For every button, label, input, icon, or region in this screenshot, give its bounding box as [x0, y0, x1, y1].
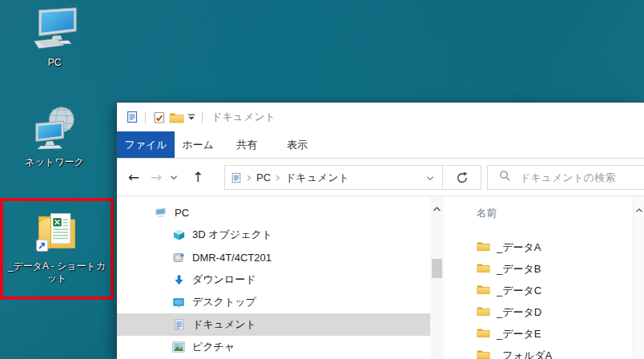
sidebar-item-downloads[interactable]: ダウンロード [117, 268, 430, 291]
sidebar-item-pc[interactable]: PC [117, 201, 430, 224]
folder-icon [477, 305, 490, 319]
folder-icon [477, 349, 490, 359]
folder-icon [477, 327, 490, 341]
tab-share[interactable]: 共有 [224, 131, 269, 158]
up-button[interactable]: ↑ [187, 167, 208, 188]
desktop-icon-label: ネットワーク [25, 156, 83, 168]
3d-cube-icon [172, 228, 185, 241]
desktop-monitor-icon [172, 296, 185, 309]
qat-separator [145, 111, 146, 123]
refresh-button[interactable] [443, 166, 481, 189]
back-button[interactable]: ← [123, 167, 144, 188]
explorer-window: ドキュメント ファイル ホーム 共有 表示 ← → ↑ PC [116, 102, 644, 359]
qat-separator [202, 111, 203, 123]
search-box[interactable] [487, 165, 644, 190]
file-row-data-c[interactable]: _データC [477, 280, 541, 301]
file-row-data-a[interactable]: _データA [477, 236, 541, 258]
pc-small-icon [155, 206, 167, 219]
pc-icon [30, 6, 79, 54]
sidebar-item-pictures[interactable]: ピクチャ [117, 336, 430, 358]
ribbon-tabs: ファイル ホーム 共有 表示 [117, 131, 644, 159]
pictures-icon [172, 341, 185, 353]
recent-locations-chevron-icon[interactable] [167, 167, 181, 188]
network-icon [30, 103, 79, 154]
scrollbar-thumb[interactable] [432, 259, 442, 278]
folder-icon [477, 262, 490, 276]
breadcrumb-pc[interactable]: PC [256, 171, 271, 184]
file-row-data-d[interactable]: _データD [477, 301, 541, 323]
breadcrumb-documents[interactable]: ドキュメント [285, 171, 349, 185]
document-properties-icon[interactable] [123, 107, 141, 127]
tab-view[interactable]: 表示 [275, 131, 320, 158]
desktop-icon-pc[interactable]: PC [14, 6, 95, 69]
red-highlight-box [0, 198, 114, 300]
download-arrow-icon [172, 274, 185, 286]
breadcrumb-chevron-icon [247, 174, 252, 182]
scroll-up-chevron-icon[interactable] [635, 202, 643, 216]
sidebar-item-dmr-device[interactable]: DMR-4T/4CT201 [117, 246, 430, 268]
customize-quick-access-toolbar-icon[interactable] [185, 107, 198, 127]
folder-location-icon [231, 172, 242, 184]
file-row-data-b[interactable]: _データB [477, 258, 541, 280]
tab-home[interactable]: ホーム [175, 131, 221, 158]
column-header-name[interactable]: 名前 [477, 207, 497, 220]
folder-icon [477, 284, 490, 297]
scroll-up-chevron-icon[interactable] [433, 201, 441, 216]
sidebar-item-desktop[interactable]: デスクトップ [117, 291, 430, 313]
new-folder-icon[interactable] [167, 107, 185, 127]
media-device-icon [172, 251, 185, 264]
address-row: ← → ↑ PC ドキュメント [117, 159, 644, 196]
search-input[interactable] [520, 171, 644, 184]
file-row-data-e[interactable]: _データE [477, 323, 541, 345]
sidebar-item-documents[interactable]: ドキュメント [117, 313, 430, 336]
folder-icon [477, 240, 490, 254]
forward-button[interactable]: → [146, 167, 167, 188]
sidebar-scrollbar[interactable] [430, 197, 444, 359]
tab-file[interactable]: ファイル [117, 131, 175, 158]
title-bar: ドキュメント [117, 103, 644, 131]
breadcrumb-chevron-icon [276, 174, 280, 182]
address-dropdown-chevron-icon[interactable] [426, 171, 434, 184]
checkmark-icon[interactable] [150, 107, 167, 127]
content-area: PC 3D オブジェクト DMR-4T/4CT201 [117, 197, 644, 359]
desktop-icon-network[interactable]: ネットワーク [11, 103, 98, 168]
filelist-scrollbar[interactable] [633, 197, 644, 359]
document-icon [172, 318, 185, 331]
address-bar[interactable]: PC ドキュメント [224, 165, 481, 190]
desktop-icon-label: PC [48, 57, 62, 69]
window-title: ドキュメント [211, 110, 276, 124]
sidebar-item-3d-objects[interactable]: 3D オブジェクト [117, 224, 430, 246]
file-row-folder-a[interactable]: _フォルダA [477, 345, 552, 359]
search-icon [499, 170, 511, 185]
